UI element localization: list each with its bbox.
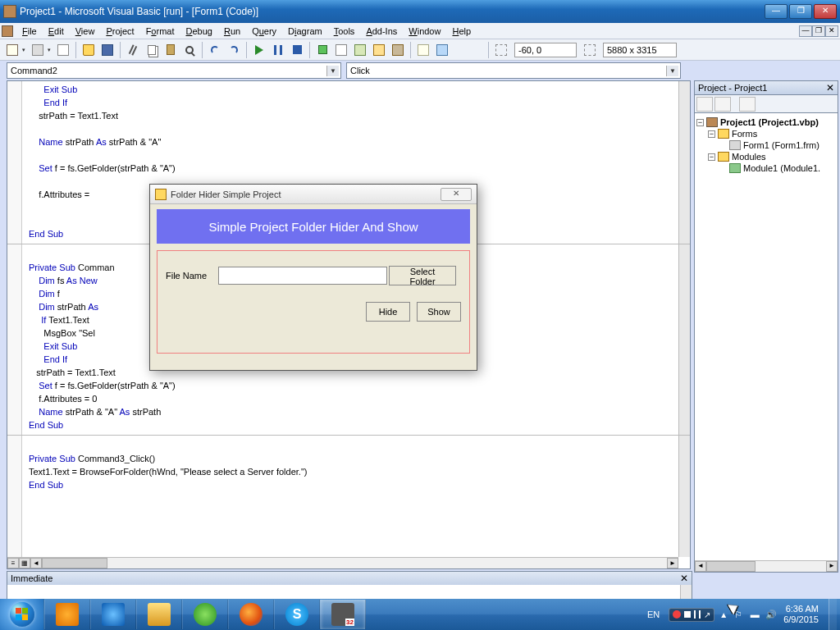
find-button[interactable] (180, 41, 199, 59)
mdi-close-button[interactable]: ✕ (825, 25, 838, 37)
immediate-close-button[interactable]: ✕ (680, 573, 688, 584)
tree-project-root[interactable]: − Project1 (Project1.vbp) (696, 116, 836, 128)
data-view-button[interactable] (414, 41, 432, 59)
properties-button[interactable] (332, 41, 350, 59)
project-explorer-close-button[interactable]: ✕ (826, 82, 834, 94)
view-proc-button[interactable]: ≡ (7, 558, 19, 568)
view-object-button[interactable] (714, 97, 731, 112)
taskbar-item-utorrent[interactable] (182, 600, 228, 629)
procedure-combo[interactable]: Click (346, 62, 681, 79)
menu-query[interactable]: Query (246, 25, 282, 38)
taskbar-item-explorer[interactable] (136, 600, 182, 629)
window-title-bar: Project1 - Microsoft Visual Basic [run] … (0, 0, 840, 23)
pause-icon (694, 610, 701, 619)
hide-button[interactable]: Hide (366, 302, 410, 322)
code-gutter (7, 81, 22, 557)
menu-bar: File Edit View Project Format Debug Run … (0, 23, 840, 39)
mdi-restore-button[interactable]: ❐ (812, 25, 825, 37)
taskbar-item-vb6[interactable]: 32 (320, 600, 366, 629)
mdi-minimize-button[interactable]: — (799, 25, 812, 37)
cut-button[interactable] (124, 41, 142, 59)
expand-icon[interactable]: − (708, 130, 715, 138)
immediate-title-bar[interactable]: Immediate ✕ (7, 572, 692, 585)
undo-button[interactable] (206, 41, 224, 59)
file-name-input[interactable] (218, 267, 387, 285)
tree-module-item[interactable]: Module1 (Module1. (696, 162, 836, 174)
taskbar-item-firefox[interactable] (228, 600, 274, 629)
position-icon (492, 41, 510, 59)
object-browser-button[interactable] (370, 41, 388, 59)
form-layout-button[interactable] (351, 41, 369, 59)
project-explorer: Project - Project1 ✕ − Project1 (Project… (694, 80, 838, 569)
menu-addins[interactable]: Add-Ins (360, 25, 403, 38)
open-button[interactable] (80, 41, 98, 59)
tree-forms-folder[interactable]: − Forms (696, 128, 836, 139)
tray-overflow-button[interactable]: ▲ (719, 610, 728, 619)
toggle-folders-button[interactable] (739, 97, 756, 112)
redo-button[interactable] (225, 41, 243, 59)
dialog-close-button[interactable]: ✕ (441, 188, 472, 201)
project-explorer-toolbar (694, 95, 838, 113)
show-button[interactable]: Show (417, 302, 461, 322)
code-horizontal-scrollbar[interactable]: ≡ ▦ ◄► (7, 557, 678, 568)
taskbar-item-skype[interactable]: S (274, 600, 320, 629)
taskbar-item-wmp[interactable] (44, 600, 90, 629)
tray-network-icon[interactable]: ▬ (749, 609, 760, 620)
menu-help[interactable]: Help (446, 25, 477, 38)
tray-volume-icon[interactable]: 🔊 (765, 609, 777, 620)
menu-file[interactable]: File (16, 25, 43, 38)
close-button[interactable]: ✕ (814, 4, 837, 19)
taskbar-clock[interactable]: 6:36 AM 6/9/2015 (782, 604, 824, 625)
view-full-button[interactable]: ▦ (19, 558, 30, 568)
tree-modules-folder[interactable]: − Modules (696, 151, 836, 162)
menu-view[interactable]: View (70, 25, 101, 38)
main-toolbar: -60, 0 5880 x 3315 (0, 39, 840, 61)
tree-form-item[interactable]: Form1 (Form1.frm) (696, 139, 836, 151)
dialog-banner: Simple Project Folder Hider And Show (157, 209, 470, 244)
project-horizontal-scrollbar[interactable]: ◄ ► (695, 560, 838, 572)
start-button[interactable] (250, 41, 268, 59)
add-project-button[interactable] (3, 41, 21, 59)
code-vertical-scrollbar[interactable] (678, 81, 690, 557)
menu-edit[interactable]: Edit (43, 25, 70, 38)
maximize-button[interactable]: ❐ (789, 4, 812, 19)
copy-button[interactable] (143, 41, 161, 59)
project-tree[interactable]: − Project1 (Project1.vbp) − Forms Form1 … (694, 113, 838, 573)
project-explorer-title-bar[interactable]: Project - Project1 ✕ (694, 80, 838, 95)
menu-window[interactable]: Window (403, 25, 446, 38)
view-code-button[interactable] (696, 97, 713, 112)
menu-tools[interactable]: Tools (328, 25, 361, 38)
toolbox-button[interactable] (389, 41, 407, 59)
system-tray: EN ↗ ▲ ⚐ ▬ 🔊 6:36 AM 6/9/2015 (640, 599, 840, 630)
dialog-icon (155, 189, 167, 200)
expand-icon[interactable]: − (696, 119, 704, 126)
menu-debug[interactable]: Debug (180, 25, 217, 38)
menu-project[interactable]: Project (100, 25, 139, 38)
folder-hider-dialog: Folder Hider Simple Project ✕ Simple Pro… (149, 184, 477, 371)
save-button[interactable] (98, 41, 116, 59)
component-manager-button[interactable] (433, 41, 451, 59)
menu-editor-button[interactable] (54, 41, 72, 59)
taskbar-item-ie[interactable] (90, 600, 136, 629)
tray-recording-widget[interactable]: ↗ (669, 608, 714, 622)
object-combo[interactable]: Command2 (7, 62, 341, 79)
immediate-title: Immediate (11, 573, 52, 583)
language-indicator[interactable]: EN (643, 608, 664, 621)
menu-run[interactable]: Run (218, 25, 246, 38)
project-explorer-button[interactable] (313, 41, 331, 59)
paste-button[interactable] (162, 41, 180, 59)
stop-icon (684, 611, 691, 618)
minimize-button[interactable]: — (765, 4, 788, 19)
break-button[interactable] (269, 41, 287, 59)
position-display: -60, 0 (514, 43, 577, 57)
select-folder-button[interactable]: Select Folder (389, 266, 456, 285)
add-item-button[interactable] (29, 41, 47, 59)
menu-format[interactable]: Format (140, 25, 180, 38)
show-desktop-button[interactable] (829, 599, 837, 630)
expand-icon[interactable]: − (708, 153, 715, 161)
project-icon (706, 117, 718, 127)
end-button[interactable] (288, 41, 306, 59)
start-button[interactable] (0, 599, 44, 630)
dialog-title-bar[interactable]: Folder Hider Simple Project ✕ (150, 185, 477, 204)
menu-diagram[interactable]: Diagram (282, 25, 328, 38)
